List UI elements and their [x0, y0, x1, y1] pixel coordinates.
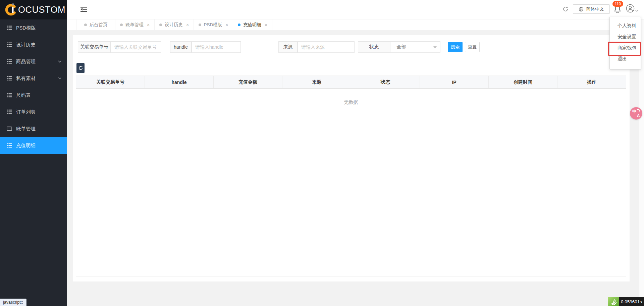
- language-button[interactable]: 简体中文: [573, 4, 610, 14]
- select-arrow-icon: [433, 46, 437, 48]
- sidebar-item-label: 私有素材: [16, 75, 36, 82]
- column-header: 操作: [557, 76, 626, 88]
- close-icon[interactable]: ×: [147, 22, 150, 28]
- field-label-source: 来源: [278, 41, 298, 53]
- sidebar-item-psd-template[interactable]: PSD模版: [0, 19, 67, 36]
- top-header: 简体中文 110: [67, 0, 644, 19]
- sidebar-item-size-chart[interactable]: 尺码表: [0, 87, 67, 103]
- exec-time-label: 0.059601s: [619, 297, 644, 306]
- notification-badge: 110: [612, 1, 623, 7]
- column-header: handle: [145, 76, 214, 88]
- column-header: 创建时间: [489, 76, 557, 88]
- column-header: IP: [420, 76, 489, 88]
- tab-dot-icon: [159, 24, 162, 26]
- tab-dot-icon: [238, 24, 240, 26]
- list-icon: [7, 109, 12, 115]
- sidebar-item-order-list[interactable]: 订单列表: [0, 103, 67, 120]
- brand-name: OCUSTOM: [18, 5, 65, 15]
- sidebar-nav: PSD模版 设计历史 商品管理 私有素材 尺码表 订单列表 账单管理: [0, 19, 67, 154]
- trade-no-input[interactable]: [111, 41, 161, 53]
- sidebar-item-label: 订单列表: [16, 109, 36, 115]
- thinkphp-flame-icon: [608, 297, 619, 306]
- language-label: 简体中文: [586, 6, 604, 12]
- column-header: 来源: [282, 76, 351, 88]
- tab-psd-template[interactable]: PSD模版 ×: [194, 19, 233, 30]
- sidebar-item-product-manage[interactable]: 商品管理: [0, 53, 67, 70]
- menu-item-merchant-wallet[interactable]: 商家钱包: [610, 42, 641, 53]
- status-select-value: - 全部 -: [394, 44, 409, 50]
- close-icon[interactable]: ×: [186, 22, 189, 28]
- list-icon: [7, 76, 12, 81]
- tab-label: 后台首页: [90, 22, 108, 28]
- sidebar: OCUSTOM PSD模版 设计历史 商品管理 私有素材 尺码表 订单列表: [0, 0, 67, 306]
- tab-dot-icon: [120, 24, 123, 26]
- reset-button[interactable]: 重置: [465, 42, 480, 52]
- field-label-trade-no: 关联交易单号: [78, 41, 111, 53]
- tab-label: 充值明细: [243, 22, 261, 28]
- tab-bar: 后台首页 账单管理 × 设计历史 × PSD模版 × 充值明细 ×: [67, 19, 639, 30]
- refresh-icon[interactable]: [562, 6, 569, 12]
- list-icon: [7, 143, 12, 148]
- translate-zh-glyph: 中: [632, 109, 636, 115]
- tab-design-history[interactable]: 设计历史 ×: [155, 19, 194, 30]
- list-icon: [7, 42, 12, 47]
- list-icon: [7, 59, 12, 64]
- list-icon: [7, 25, 12, 31]
- tab-label: 账单管理: [125, 22, 144, 28]
- sidebar-item-recharge-detail[interactable]: 充值明细: [0, 137, 67, 154]
- globe-icon: [579, 7, 584, 12]
- sidebar-item-bill-manage[interactable]: 账单管理: [0, 120, 67, 137]
- tab-bill-manage[interactable]: 账单管理 ×: [115, 19, 155, 30]
- tab-recharge-detail[interactable]: 充值明细 ×: [233, 19, 272, 30]
- empty-state-text: 无数据: [76, 99, 626, 105]
- close-icon[interactable]: ×: [265, 22, 267, 28]
- sidebar-item-design-history[interactable]: 设计历史: [0, 36, 67, 53]
- menu-item-profile[interactable]: 个人资料: [610, 20, 641, 31]
- status-select[interactable]: - 全部 -: [390, 41, 440, 53]
- sidebar-collapse-icon[interactable]: [80, 7, 87, 12]
- field-label-handle: handle: [170, 41, 192, 53]
- close-icon[interactable]: ×: [225, 22, 228, 28]
- field-label-status: 状态: [358, 41, 390, 53]
- recharge-table: 关联交易单号 handle 充值金额 来源 状态 IP 创建时间 操作 无数据: [76, 76, 626, 276]
- logo[interactable]: OCUSTOM: [0, 0, 67, 19]
- source-input[interactable]: [298, 41, 355, 53]
- tab-label: PSD模版: [204, 22, 222, 28]
- billing-card-icon: [7, 126, 12, 131]
- content-card: 关联交易单号 handle 来源 状态 - 全部 - 搜索 重置 关联交易单号 …: [73, 35, 630, 281]
- sidebar-item-private-material[interactable]: 私有素材: [0, 70, 67, 87]
- brand-logo-icon: [3, 3, 17, 17]
- tab-home[interactable]: 后台首页: [76, 19, 115, 30]
- column-header: 状态: [351, 76, 420, 88]
- tab-label: 设计历史: [165, 22, 183, 28]
- chevron-down-icon: [58, 76, 62, 80]
- list-icon: [7, 92, 12, 98]
- column-header: 充值金额: [214, 76, 282, 88]
- translate-float-button[interactable]: 中 A: [630, 107, 642, 120]
- sidebar-item-label: 账单管理: [16, 126, 36, 132]
- user-dropdown-menu: 个人资料 安全设置 商家钱包 退出: [609, 17, 641, 70]
- debug-trace-bar[interactable]: 0.059601s: [608, 297, 644, 306]
- avatar-icon[interactable]: [626, 4, 635, 13]
- sidebar-item-label: 商品管理: [16, 58, 36, 65]
- menu-item-logout[interactable]: 退出: [610, 53, 641, 64]
- table-header-row: 关联交易单号 handle 充值金额 来源 状态 IP 创建时间 操作: [76, 76, 626, 89]
- table-refresh-button[interactable]: [76, 63, 85, 73]
- sidebar-item-label: PSD模版: [16, 25, 36, 31]
- chevron-down-icon: [635, 9, 639, 12]
- tab-dot-icon: [84, 24, 87, 26]
- handle-input[interactable]: [192, 41, 241, 53]
- menu-item-security[interactable]: 安全设置: [610, 31, 641, 42]
- sidebar-item-label: 充值明细: [16, 142, 36, 149]
- translate-en-glyph: A: [637, 113, 640, 118]
- sidebar-item-label: 尺码表: [16, 92, 31, 98]
- chevron-down-icon: [58, 59, 62, 63]
- translate-curve-glyph: [637, 109, 640, 112]
- search-button[interactable]: 搜索: [448, 42, 463, 52]
- column-header: 关联交易单号: [76, 76, 145, 88]
- sidebar-item-label: 设计历史: [16, 42, 36, 48]
- browser-status-bubble: javascript:;: [0, 299, 26, 306]
- tab-dot-icon: [199, 24, 201, 26]
